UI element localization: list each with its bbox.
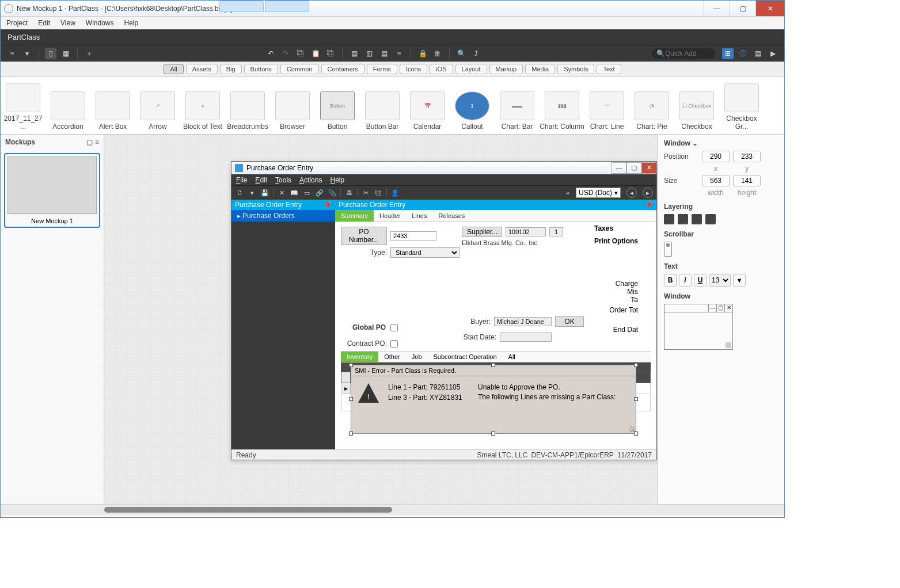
align-left-icon[interactable]: ▤ (348, 48, 360, 59)
selection-handle[interactable] (349, 432, 353, 436)
distribute-icon[interactable]: ≡ (393, 48, 405, 59)
pos-x-field[interactable] (702, 151, 730, 162)
mockup-menu-edit[interactable]: Edit (255, 176, 267, 184)
widget-item[interactable]: Checkbox Gr... (719, 79, 764, 132)
cat-all[interactable]: All (164, 64, 183, 74)
cat-symbols[interactable]: Symbols (557, 64, 594, 74)
cut-icon[interactable]: ✂ (361, 188, 370, 197)
export-icon[interactable]: ⤴ (470, 48, 482, 59)
bg-tab[interactable] (265, 1, 309, 12)
selection-handle[interactable] (349, 363, 353, 367)
mockup-menu-file[interactable]: File (236, 176, 247, 184)
widget-item[interactable]: 📅Calendar (405, 79, 450, 132)
cat-containers[interactable]: Containers (321, 64, 364, 74)
widget-item[interactable]: Accordion (45, 79, 90, 132)
redo-icon[interactable]: ↷ (280, 48, 291, 59)
present-icon[interactable]: ▶ (767, 48, 779, 59)
cat-media[interactable]: Media (525, 64, 555, 74)
start-date-field[interactable] (500, 333, 552, 342)
mockup-close-button[interactable]: ✕ (641, 162, 656, 174)
paste-icon[interactable]: 📋 (310, 48, 321, 59)
trash-icon[interactable]: 🗑 (432, 48, 443, 59)
person-icon[interactable]: 👤 (390, 188, 400, 197)
supplier-code-field[interactable] (506, 227, 546, 236)
undo-icon[interactable]: ↶ (265, 48, 276, 59)
info-icon[interactable]: ⓘ (737, 48, 749, 59)
widget-item[interactable]: ▮▮▮Chart: Column (540, 79, 584, 132)
tab-releases[interactable]: Releases (432, 210, 470, 222)
supplier-button[interactable]: Supplier... (462, 227, 502, 237)
selection-handle[interactable] (634, 397, 638, 401)
view-grid-icon[interactable]: ▦ (60, 48, 71, 59)
cat-common[interactable]: Common (280, 64, 319, 74)
duplicate-icon[interactable]: ⿻ (325, 48, 336, 59)
mockup-max-button[interactable]: ▢ (626, 162, 641, 174)
view-single-icon[interactable]: ▯ (45, 48, 56, 59)
width-field[interactable] (702, 175, 730, 186)
po-number-button[interactable]: PO Number... (341, 227, 387, 245)
cat-markup[interactable]: Markup (489, 64, 523, 74)
print-icon[interactable]: 🖶 (344, 188, 354, 197)
bring-forward-icon[interactable] (678, 214, 688, 224)
add-icon[interactable]: ＋ (83, 48, 95, 59)
widget-item[interactable]: Breadcrumbs (225, 79, 270, 132)
send-back-icon[interactable] (705, 214, 716, 224)
canvas[interactable]: Purchase Order Entry — ▢ ✕ File Edit Too… (104, 135, 658, 504)
tab-lines[interactable]: Lines (406, 210, 432, 222)
pane-pin-icon[interactable]: 📌 (644, 201, 653, 209)
mockup-menu-actions[interactable]: Actions (299, 176, 322, 184)
ok-button[interactable]: OK (555, 316, 584, 327)
cat-assets[interactable]: Assets (186, 64, 218, 74)
font-size-dropdown[interactable]: ▾ (733, 274, 746, 287)
copy-icon[interactable]: ⿻ (374, 188, 383, 197)
widget-item[interactable]: ↗Arrow (135, 79, 180, 132)
row-selector[interactable]: ▸ (341, 383, 351, 394)
bg-tab[interactable] (219, 1, 264, 12)
buyer-field[interactable] (494, 317, 552, 326)
notes-icon[interactable]: ▤ (752, 48, 764, 59)
widget-item[interactable]: Browser (270, 79, 315, 132)
linetab-all[interactable]: All (503, 352, 521, 362)
selection-handle[interactable] (634, 363, 638, 367)
quick-add[interactable]: 🔍 (652, 48, 715, 59)
widget-item[interactable]: ButtonButton (315, 79, 360, 132)
copy-icon[interactable]: ⿻ (295, 48, 306, 59)
align-center-icon[interactable]: ▥ (363, 48, 375, 59)
widget-item[interactable]: ◔Chart: Pie (629, 79, 674, 132)
widget-item[interactable]: Button Bar (360, 79, 405, 132)
tab-summary[interactable]: Summary (335, 210, 374, 222)
link-icon[interactable]: 🔗 (315, 188, 324, 197)
quick-add-input[interactable] (665, 49, 711, 58)
panel-view-icon[interactable]: ▢ (86, 138, 93, 146)
linetab-job[interactable]: Job (406, 352, 428, 362)
menu-project[interactable]: Project (6, 19, 28, 27)
tree-item-po[interactable]: ▸ Purchase Orders (231, 210, 335, 222)
resize-handle[interactable] (629, 426, 635, 432)
dropdown-icon[interactable]: ▾ (248, 188, 257, 197)
mini-close[interactable]: ✕ (724, 304, 732, 312)
widget-item[interactable]: ☐ CheckboxCheckbox (674, 79, 719, 132)
cat-layout[interactable]: Layout (455, 64, 487, 74)
tree-pin-icon[interactable]: 📌 (323, 201, 332, 209)
quick-add-button[interactable]: ⊞ (722, 48, 734, 59)
cat-buttons[interactable]: Buttons (244, 64, 278, 74)
menu-help[interactable]: Help (124, 19, 139, 27)
currency-combo[interactable]: USD (Doc) ▾ (576, 188, 621, 198)
widget-item[interactable]: 〰Chart: Line (584, 79, 629, 132)
mini-min[interactable]: — (708, 304, 716, 312)
close-button[interactable]: ✕ (755, 1, 784, 16)
send-backward-icon[interactable] (692, 214, 702, 224)
nav-fwd-icon[interactable]: ► (643, 188, 653, 198)
font-size-select[interactable]: 13 (709, 274, 731, 287)
linetab-subcontract[interactable]: Subcontract Operation (428, 352, 503, 362)
mockup-thumb[interactable]: New Mockup 1 (4, 153, 100, 228)
selection-handle[interactable] (634, 432, 638, 436)
scrollbar-preview[interactable] (664, 242, 672, 257)
window-section-header[interactable]: Window ⌄ (664, 139, 779, 147)
menu-view[interactable]: View (60, 19, 75, 27)
maximize-button[interactable]: ▢ (730, 1, 755, 16)
delete-icon[interactable]: ✕ (277, 188, 286, 197)
book-icon[interactable]: 📖 (290, 188, 299, 197)
underline-button[interactable]: U (694, 274, 707, 287)
cat-ios[interactable]: iOS (430, 64, 453, 74)
